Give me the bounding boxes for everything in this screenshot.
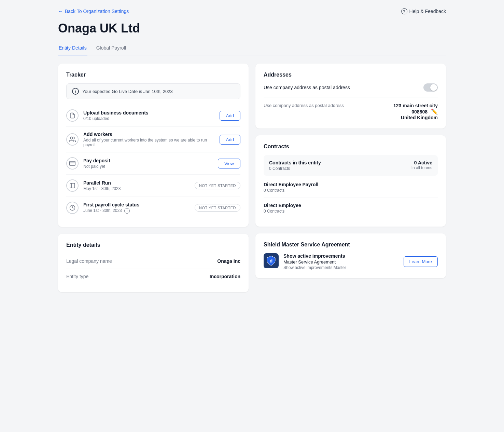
help-feedback-link[interactable]: ? Help & Feedback (401, 8, 446, 14)
contracts-direct-row: Direct Employee 0 Contracts (264, 198, 438, 218)
upload-docs-add-button[interactable]: Add (220, 111, 240, 121)
svg-rect-3 (70, 183, 75, 188)
top-nav: ← Back To Organization Settings ? Help &… (58, 8, 446, 14)
msa-body: d Show active improvements Master Servic… (264, 253, 438, 270)
go-live-banner: i Your expected Go Live Date is Jan 10th… (66, 83, 240, 99)
page-title: Onaga UK Ltd (58, 21, 446, 36)
parallel-run-label: Parallel Run (83, 180, 190, 186)
legal-company-name-label: Legal company name (66, 258, 112, 264)
tracker-row-add-workers: Add workers Add all of your current work… (66, 127, 240, 152)
parallel-run-info: Parallel Run May 1st - 30th, 2023 (83, 180, 190, 191)
tracker-row-first-payroll: First payroll cycle status June 1st - 30… (66, 197, 240, 219)
entity-type-row: Entity type Incorporation (66, 269, 240, 284)
upload-docs-sub: 0/10 uploaded (83, 116, 215, 121)
tabs: Entity Details Global Payroll (58, 42, 446, 55)
parallel-run-sub: May 1st - 30th, 2023 (83, 186, 190, 191)
pay-deposit-view-button[interactable]: View (218, 159, 240, 168)
contracts-direct-count: 0 Contracts (264, 209, 438, 214)
address-edit-icon[interactable]: ✏️ (431, 108, 438, 115)
contracts-payroll-row: Direct Employee Payroll 0 Contracts (264, 177, 438, 198)
legal-company-name-value: Onaga Inc (217, 258, 240, 264)
address-label-text: Use company address as postal address (264, 103, 344, 108)
address-toggle-row: Use company address as postal address (264, 83, 438, 97)
msa-label: Master Service Agreement (283, 259, 399, 265)
pay-deposit-label: Pay deposit (83, 158, 213, 163)
shield-msa-title: Shield Master Service Agreement (264, 242, 438, 248)
tab-entity-details[interactable]: Entity Details (58, 42, 87, 55)
help-label: Help & Feedback (409, 9, 446, 14)
back-link-label: Back To Organization Settings (65, 9, 129, 14)
shield-icon: d (264, 253, 279, 268)
add-workers-add-button[interactable]: Add (220, 135, 240, 145)
left-column: Tracker i Your expected Go Live Date is … (58, 64, 249, 292)
learn-more-button[interactable]: Learn More (404, 256, 438, 267)
add-workers-sub: Add all of your current workers into the… (83, 138, 215, 147)
pay-deposit-icon (66, 157, 79, 170)
contracts-payroll-count: 0 Contracts (264, 188, 438, 193)
address-toggle[interactable] (423, 83, 438, 92)
go-live-text: Your expected Go Live Date is Jan 10th, … (82, 89, 173, 94)
entity-details-card: Entity details Legal company name Onaga … (58, 234, 249, 292)
contracts-entity-title: Contracts in this entity (269, 160, 321, 165)
svg-point-0 (70, 137, 73, 139)
address-line-3: United Kingdom (393, 115, 438, 120)
first-payroll-label: First payroll cycle status (83, 202, 190, 207)
add-workers-info: Add workers Add all of your current work… (83, 132, 215, 147)
legal-company-name-row: Legal company name Onaga Inc (66, 254, 240, 269)
address-value-block: 123 main street city 008808 ✏️ United Ki… (393, 103, 438, 120)
parallel-run-badge: NOT YET STARTED (195, 182, 240, 189)
upload-docs-icon (66, 109, 79, 122)
addresses-card: Addresses Use company address as postal … (255, 64, 446, 129)
svg-text:d: d (270, 258, 273, 264)
add-workers-icon (66, 133, 79, 146)
address-line-1: 123 main street city (393, 103, 438, 108)
contracts-card: Contracts Contracts in this entity 0 Con… (255, 135, 446, 227)
tracker-row-parallel-run: Parallel Run May 1st - 30th, 2023 NOT YE… (66, 175, 240, 197)
contracts-in-teams: In all teams (411, 165, 432, 170)
contracts-entity-count: 0 Contracts (269, 166, 321, 171)
address-line-2: 008808 (411, 109, 428, 114)
back-arrow-icon: ← (58, 9, 63, 14)
contracts-direct-title: Direct Employee (264, 203, 438, 208)
msa-show-active: Show active improvements (283, 253, 399, 259)
pay-deposit-info: Pay deposit Not paid yet (83, 158, 213, 169)
shield-msa-card: Shield Master Service Agreement d Show a… (255, 233, 446, 278)
tracker-row-pay-deposit: Pay deposit Not paid yet View (66, 152, 240, 175)
address-detail-row: Use company address as postal address 12… (264, 103, 438, 120)
first-payroll-sub: June 1st - 30th, 2023 i (83, 208, 190, 214)
tracker-title: Tracker (66, 72, 240, 78)
first-payroll-info-icon[interactable]: i (124, 208, 130, 214)
contracts-active-count: 0 Active (411, 160, 432, 165)
help-circle-icon: ? (401, 8, 407, 14)
msa-sub: Show active improvements Master (283, 265, 399, 270)
right-column: Addresses Use company address as postal … (255, 64, 446, 292)
content-grid: Tracker i Your expected Go Live Date is … (58, 64, 446, 292)
back-link[interactable]: ← Back To Organization Settings (58, 9, 129, 14)
entity-type-value: Incorporation (210, 274, 240, 279)
first-payroll-icon (66, 202, 79, 214)
contracts-title: Contracts (264, 144, 438, 150)
pay-deposit-sub: Not paid yet (83, 164, 213, 169)
contracts-payroll-title: Direct Employee Payroll (264, 182, 438, 187)
tab-global-payroll[interactable]: Global Payroll (96, 42, 127, 55)
tracker-card: Tracker i Your expected Go Live Date is … (58, 64, 249, 227)
tracker-row-upload-docs: Upload business documents 0/10 uploaded … (66, 105, 240, 127)
msa-text: Show active improvements Master Service … (283, 253, 399, 270)
first-payroll-info: First payroll cycle status June 1st - 30… (83, 202, 190, 214)
entity-type-label: Entity type (66, 274, 88, 279)
svg-rect-1 (70, 161, 75, 165)
addresses-title: Addresses (264, 72, 438, 78)
info-icon: i (72, 88, 79, 95)
add-workers-label: Add workers (83, 132, 215, 137)
entity-details-title: Entity details (66, 242, 240, 248)
address-toggle-label: Use company address as postal address (264, 85, 350, 90)
parallel-run-icon (66, 179, 79, 192)
first-payroll-badge: NOT YET STARTED (195, 204, 240, 212)
upload-docs-info: Upload business documents 0/10 uploaded (83, 110, 215, 121)
contracts-entity-row: Contracts in this entity 0 Contracts 0 A… (264, 155, 438, 176)
upload-docs-label: Upload business documents (83, 110, 215, 116)
